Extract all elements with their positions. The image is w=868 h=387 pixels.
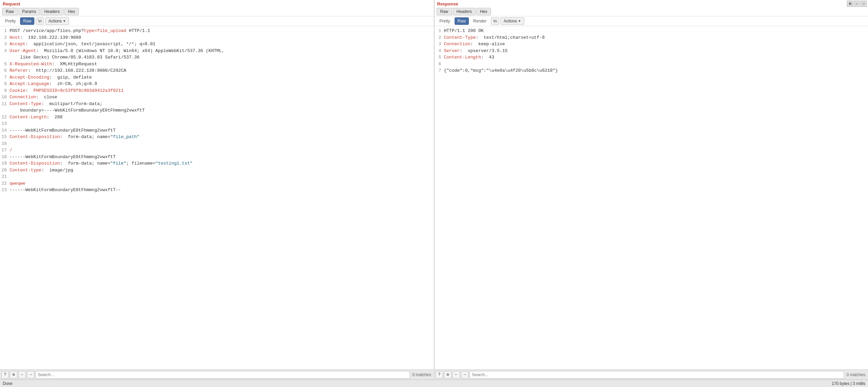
response-render-btn[interactable]: Render: [470, 17, 490, 25]
line-number: 1: [0, 28, 10, 34]
table-row: 1POST /service/app/files.php?type=file_u…: [0, 28, 434, 34]
line-content: /: [10, 147, 434, 154]
response-raw-btn[interactable]: Raw: [455, 17, 469, 25]
response-tab-headers[interactable]: Headers: [453, 8, 476, 15]
response-help-icon[interactable]: ?: [436, 371, 443, 378]
split-view-icon[interactable]: ⧉: [847, 1, 853, 7]
response-content: 1HTTP/1.1 200 OK2Content-Type: text/html…: [435, 26, 868, 369]
table-row: 2Content-Type: text/html;charset=utf-8: [435, 34, 868, 41]
code-token: : xpserver/3.5.15: [460, 48, 507, 53]
line-number: 6: [435, 61, 444, 68]
line-number: 7: [435, 67, 444, 74]
request-tab-params[interactable]: Params: [18, 8, 40, 15]
line-content: [10, 120, 434, 127]
table-row: 1HTTP/1.1 200 OK: [435, 28, 868, 34]
request-search-input[interactable]: [35, 371, 410, 378]
code-token: : multipart/form-data;: [41, 101, 102, 106]
table-row: 6: [435, 61, 868, 68]
request-raw-btn[interactable]: Raw: [20, 17, 34, 25]
line-content: Connection: keep-alive: [444, 41, 868, 48]
table-row: 4User-Agent: Mozilla/5.0 (Windows NT 10.…: [0, 48, 434, 54]
table-row: 9Cookie: PHPSESSID=9c53f8f8c903d9412a3f0…: [0, 87, 434, 94]
line-content: [444, 61, 868, 68]
code-token: POST: [10, 28, 23, 33]
code-token: : form-data; name=: [60, 134, 110, 139]
table-row: 7Accept-Encoding: gzip, deflate: [0, 74, 434, 81]
request-code-block: 1POST /service/app/files.php?type=file_u…: [0, 28, 434, 194]
table-row: 7{"code":0,"msg":"\u4e0a\u4f20\u5b8c\u62…: [435, 67, 868, 74]
table-row: 12Content-Length: 288: [0, 114, 434, 121]
line-number: 20: [0, 167, 10, 174]
table-row: 3Connection: keep-alive: [435, 41, 868, 48]
code-token: : Mozilla/5.0 (Windows NT 10.0; Win64; x…: [36, 48, 224, 53]
request-tab-headers[interactable]: Headers: [40, 8, 63, 15]
table-row: 20Content-type: image/jpg: [0, 167, 434, 174]
code-token: PHPSESSID=9c53f8f8c903d9412a3f0211: [33, 88, 123, 93]
line-content: ------WebKitFormBoundaryE0tFhmmng2vwxftT…: [10, 187, 434, 194]
table-row: like Gecko) Chrome/85.0.4183.83 Safari/5…: [0, 54, 434, 61]
response-pane: Response Raw Headers Hex Pretty Raw Rend…: [435, 0, 868, 369]
minimize-icon[interactable]: —: [854, 1, 860, 7]
line-content: Content-Length: 43: [444, 54, 868, 61]
code-token: /: [10, 148, 12, 153]
line-content: like Gecko) Chrome/85.0.4183.83 Safari/5…: [10, 54, 434, 61]
code-token: ------WebKitFormBoundaryE0tFhmmng2vwxftT: [10, 154, 116, 159]
line-number: 16: [0, 140, 10, 147]
line-number: 14: [0, 127, 10, 134]
code-token: "file_path": [110, 134, 139, 139]
request-prev-match-btn[interactable]: ←: [18, 371, 26, 378]
response-next-match-btn[interactable]: →: [461, 371, 469, 378]
code-token: Content-Length: [10, 115, 47, 120]
line-number: 19: [0, 160, 10, 167]
request-pretty-btn[interactable]: Pretty: [2, 17, 19, 25]
code-token: Content-type: [10, 168, 41, 173]
line-content: Host: 192.168.222.139:9080: [10, 34, 434, 41]
request-help-icon[interactable]: ?: [1, 371, 9, 378]
request-settings-icon[interactable]: ⚙: [10, 371, 17, 378]
request-tab-hex[interactable]: Hex: [64, 8, 79, 15]
table-row: 4Server: xpserver/3.5.15: [435, 48, 868, 54]
response-actions-btn[interactable]: Actions: [500, 17, 524, 25]
request-tab-raw[interactable]: Raw: [2, 8, 18, 15]
code-token: : 43: [481, 55, 494, 60]
code-token: HTTP/1.1: [126, 28, 150, 33]
line-number: 9: [0, 87, 10, 94]
request-actions-btn[interactable]: Actions: [45, 17, 69, 25]
table-row: 23------WebKitFormBoundaryE0tFhmmng2vwxf…: [0, 187, 434, 194]
line-number: 22: [0, 180, 10, 187]
response-settings-icon[interactable]: ⚙: [444, 371, 452, 378]
code-token: Content-Length: [444, 55, 481, 60]
code-token: "testing1.txt": [155, 161, 192, 166]
code-token: /service/app/files.php?: [23, 28, 84, 33]
table-row: 16: [0, 140, 434, 147]
code-token: ------WebKitFormBoundaryE0tFhmmng2vwxftT: [10, 128, 116, 133]
response-newline-btn[interactable]: \n: [491, 17, 499, 25]
response-pretty-btn[interactable]: Pretty: [437, 17, 453, 25]
maximize-icon[interactable]: □: [861, 1, 867, 7]
line-number: 2: [0, 34, 10, 41]
line-content: {"code":0,"msg":"\u4e0a\u4f20\u5b8c\u621…: [444, 67, 868, 74]
request-newline-btn[interactable]: \n: [36, 17, 44, 25]
line-number: 11: [0, 101, 10, 107]
line-content: HTTP/1.1 200 OK: [444, 28, 868, 34]
table-row: 11Content-Type: multipart/form-data;: [0, 101, 434, 107]
response-tab-hex[interactable]: Hex: [476, 8, 491, 15]
line-number: 5: [0, 61, 10, 68]
code-token: : zh-CN, zh;q=0.9: [49, 81, 97, 86]
response-tab-raw[interactable]: Raw: [437, 8, 452, 15]
line-number: 8: [0, 81, 10, 87]
table-row: 3Accept: application/json, text/javascri…: [0, 41, 434, 48]
code-token: Connection: [444, 41, 471, 47]
line-number: 5: [435, 54, 444, 61]
response-search-input[interactable]: [470, 371, 844, 378]
response-prev-match-btn[interactable]: ←: [453, 371, 460, 378]
response-search-bar: ? ⚙ ← → 0 matches: [434, 370, 868, 380]
line-number: [0, 54, 10, 61]
table-row: 15Content-Disposition: form-data; name="…: [0, 134, 434, 140]
line-number: 3: [0, 41, 10, 48]
code-token: : keep-alive: [471, 41, 505, 47]
code-token: Content-Type: [10, 101, 41, 106]
line-content: Cookie: PHPSESSID=9c53f8f8c903d9412a3f02…: [10, 87, 434, 94]
line-content: POST /service/app/files.php?type=file_up…: [10, 28, 434, 34]
request-next-match-btn[interactable]: →: [27, 371, 34, 378]
